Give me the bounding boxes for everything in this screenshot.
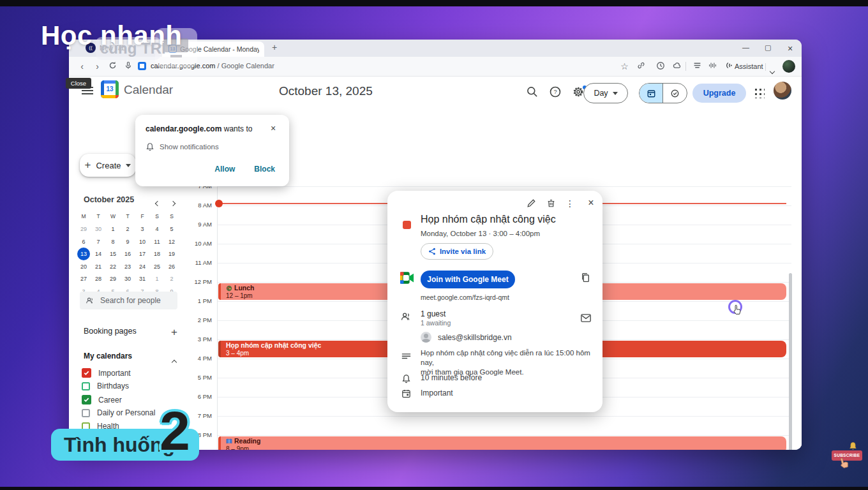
upgrade-button[interactable]: Upgrade bbox=[692, 84, 746, 103]
forward-icon[interactable]: › bbox=[92, 61, 103, 72]
checkbox-checked-icon[interactable] bbox=[82, 395, 91, 405]
reminder-text: 10 minutes before bbox=[421, 373, 482, 382]
mini-day[interactable]: 14 bbox=[92, 248, 105, 260]
mini-day[interactable]: 19 bbox=[165, 248, 178, 260]
maximize-button[interactable]: ▢ bbox=[765, 43, 771, 52]
mini-weekday: M bbox=[77, 213, 90, 219]
back-icon[interactable]: ‹ bbox=[77, 61, 87, 72]
mini-weekday: S bbox=[165, 213, 178, 219]
mini-day[interactable]: 6 bbox=[77, 235, 90, 248]
tasks-view-toggle[interactable] bbox=[663, 84, 687, 103]
mini-next-icon[interactable] bbox=[171, 197, 175, 208]
hour-label: 6 PM bbox=[191, 393, 212, 400]
event-reading[interactable]: Reading 8 – 9pm bbox=[218, 436, 786, 450]
block-button[interactable]: Block bbox=[254, 165, 275, 174]
link-icon[interactable] bbox=[636, 61, 647, 72]
mini-day[interactable]: 29 bbox=[107, 272, 119, 285]
assistant-label[interactable]: Assistant bbox=[735, 63, 763, 70]
mini-day[interactable]: 1 bbox=[107, 223, 119, 235]
view-label: Day bbox=[594, 89, 608, 98]
create-button[interactable]: +Create bbox=[80, 154, 136, 177]
close-window-button[interactable]: × bbox=[788, 43, 793, 54]
mini-day[interactable]: 8 bbox=[107, 235, 119, 248]
mini-day[interactable]: 29 bbox=[77, 223, 90, 235]
calendar-view-toggle[interactable] bbox=[640, 84, 663, 103]
cloud-icon[interactable] bbox=[671, 61, 682, 72]
mini-day[interactable]: 31 bbox=[136, 272, 149, 285]
invite-label: Invite via link bbox=[440, 248, 486, 255]
reading-list-icon[interactable] bbox=[692, 61, 703, 72]
mini-day[interactable]: 22 bbox=[107, 260, 119, 273]
mini-day[interactable]: 21 bbox=[92, 260, 105, 273]
mini-day[interactable]: 5 bbox=[165, 223, 178, 235]
copy-link-icon[interactable] bbox=[581, 272, 590, 285]
invite-via-link-button[interactable]: Invite via link bbox=[421, 243, 493, 260]
mini-day[interactable]: 12 bbox=[165, 235, 178, 248]
allow-button[interactable]: Allow bbox=[214, 165, 235, 174]
mini-day[interactable]: 30 bbox=[121, 272, 134, 285]
grid-scrollbar[interactable] bbox=[789, 273, 792, 450]
mini-day[interactable]: 9 bbox=[121, 235, 134, 248]
mini-day[interactable]: 28 bbox=[92, 272, 105, 285]
checkbox-icon[interactable] bbox=[82, 409, 90, 417]
app-name: Calendar bbox=[124, 83, 173, 97]
calendar-item-career[interactable]: Career bbox=[82, 395, 122, 405]
mini-day[interactable]: 24 bbox=[136, 260, 149, 273]
mini-day[interactable]: 27 bbox=[77, 272, 90, 285]
refresh-icon[interactable] bbox=[107, 61, 118, 72]
search-people-label: Search for people bbox=[100, 296, 161, 305]
mini-day[interactable]: 17 bbox=[136, 248, 149, 260]
mini-day[interactable]: 7 bbox=[92, 235, 105, 248]
mini-day-selected[interactable]: 13 bbox=[77, 248, 90, 260]
mini-prev-icon[interactable] bbox=[156, 197, 160, 208]
mini-day[interactable]: 26 bbox=[165, 260, 178, 273]
close-popup-icon[interactable]: × bbox=[586, 198, 596, 208]
search-icon[interactable] bbox=[526, 85, 541, 101]
mini-day[interactable]: 4 bbox=[151, 223, 163, 235]
calendar-item-important[interactable]: Important bbox=[82, 368, 131, 378]
my-calendars-label[interactable]: My calendars bbox=[84, 352, 132, 360]
checkbox-checked-icon[interactable] bbox=[82, 368, 91, 378]
mini-day[interactable]: 18 bbox=[151, 248, 163, 260]
equalizer-icon[interactable] bbox=[707, 61, 718, 72]
booking-add-icon[interactable]: + bbox=[171, 326, 177, 339]
mini-day[interactable]: 1 bbox=[151, 272, 163, 285]
mini-day[interactable]: 20 bbox=[77, 260, 90, 273]
assistant-icon[interactable] bbox=[724, 61, 735, 72]
mini-day[interactable]: 15 bbox=[107, 248, 119, 260]
browser-profile-avatar[interactable] bbox=[782, 60, 795, 73]
view-selector-day[interactable]: Day bbox=[583, 83, 628, 103]
mini-day[interactable]: 3 bbox=[136, 223, 149, 235]
google-apps-grid-icon[interactable] bbox=[753, 87, 765, 98]
mini-day[interactable]: 25 bbox=[151, 260, 163, 273]
search-for-people-field[interactable]: Search for people bbox=[80, 292, 177, 309]
booking-pages-label[interactable]: Booking pages bbox=[84, 327, 137, 336]
join-google-meet-button[interactable]: Join with Google Meet bbox=[421, 271, 515, 288]
mini-day[interactable]: 30 bbox=[92, 223, 105, 235]
mini-day[interactable]: 10 bbox=[136, 235, 149, 248]
my-calendars-collapse-icon[interactable] bbox=[172, 355, 176, 367]
mini-day[interactable]: 2 bbox=[121, 223, 134, 235]
edit-event-icon[interactable] bbox=[526, 198, 536, 209]
mini-day[interactable]: 2 bbox=[165, 272, 178, 285]
mini-day[interactable]: 11 bbox=[151, 235, 163, 248]
mini-day[interactable]: 16 bbox=[121, 248, 134, 260]
account-avatar[interactable] bbox=[774, 82, 791, 100]
history-icon[interactable] bbox=[655, 61, 666, 72]
favorite-star-icon[interactable]: ☆ bbox=[619, 61, 630, 72]
new-tab-button[interactable]: + bbox=[272, 42, 277, 52]
delete-event-icon[interactable] bbox=[546, 198, 556, 209]
calendar-item-daily-or-personal[interactable]: Daily or Personal bbox=[82, 408, 155, 417]
permission-close-icon[interactable]: × bbox=[271, 123, 276, 133]
calendar-item-birthdays[interactable]: Birthdays bbox=[82, 382, 129, 390]
email-guests-icon[interactable] bbox=[581, 313, 591, 325]
minimize-button[interactable]: — bbox=[742, 43, 749, 51]
mini-day[interactable]: 23 bbox=[121, 260, 134, 273]
hour-label: 2 PM bbox=[191, 316, 212, 323]
more-options-icon[interactable]: ⋮ bbox=[565, 198, 575, 209]
hour-gridline bbox=[217, 186, 791, 187]
microphone-icon[interactable] bbox=[123, 61, 133, 72]
help-icon[interactable]: ? bbox=[549, 85, 564, 101]
checkbox-icon[interactable] bbox=[82, 382, 90, 390]
chevron-down-icon[interactable] bbox=[770, 64, 774, 76]
